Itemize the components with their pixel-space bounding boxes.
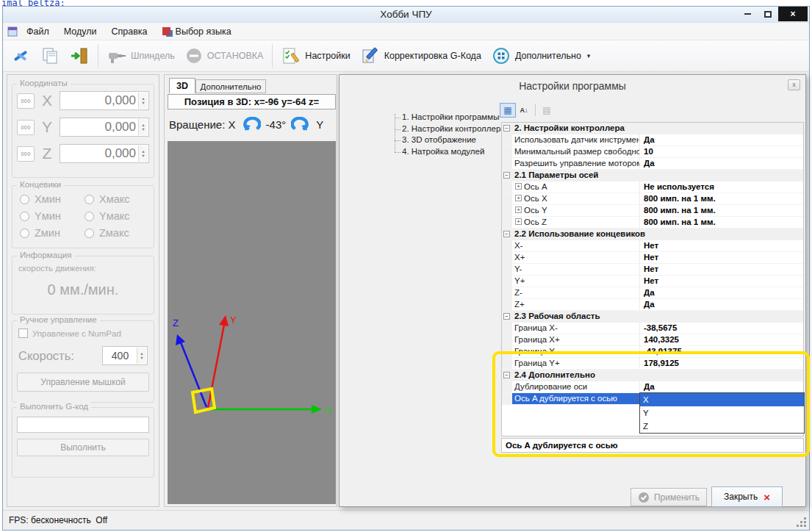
row-gutter: −	[502, 311, 512, 322]
spindle-button[interactable]: Шпиндель	[102, 45, 180, 67]
property-label-text: Граница Y-	[514, 346, 557, 357]
limit-y-max-indicator	[85, 212, 94, 221]
collapse-icon[interactable]: −	[503, 125, 510, 132]
collapse-icon[interactable]: −	[503, 172, 510, 179]
row-gutter	[502, 393, 512, 404]
title-bar: Хобби ЧПУ ×	[3, 7, 809, 23]
property-value: Нет	[640, 240, 803, 251]
collapse-icon[interactable]: −	[503, 372, 510, 378]
close-button[interactable]: ×	[778, 7, 808, 21]
grid-property-row[interactable]: +Ось Z800 имп. на 1 мм.	[502, 217, 803, 229]
dropdown-option-y[interactable]: Y	[640, 406, 804, 420]
mouse-control-button[interactable]: Управление мышкой	[17, 373, 149, 392]
grid-property-row[interactable]: Y-Нет	[502, 264, 803, 276]
grid-property-row[interactable]: Дублирование осиДа	[502, 381, 803, 393]
grid-property-row[interactable]: X+Нет	[502, 252, 803, 264]
connect-button[interactable]	[6, 44, 35, 68]
gcode-correction-button[interactable]: Корректировка G-Кода	[356, 44, 486, 68]
grid-property-row[interactable]: Граница X+140,3325	[502, 334, 803, 346]
coordinate-spinner-z[interactable]: ▲▼	[138, 145, 148, 162]
categorized-button[interactable]: ▦	[500, 103, 516, 118]
menu-item-help[interactable]: Справка	[104, 24, 155, 39]
speed-input[interactable]: 400 ▲ ▼	[102, 346, 148, 365]
minimize-icon	[744, 13, 751, 15]
alphabetical-button[interactable]: A↓	[516, 103, 532, 118]
grid-property-row[interactable]: +Ось Y800 имп. на 1 мм.	[502, 205, 803, 217]
property-pages-icon: ▤	[542, 106, 550, 115]
grid-category-row[interactable]: −2.3 Рабочая область	[502, 311, 803, 323]
grid-property-row[interactable]: Граница Y+178,9125	[502, 358, 803, 370]
grid-property-row[interactable]: Граница X--38,5675	[502, 323, 803, 334]
dropdown-option-z[interactable]: Z	[640, 420, 804, 433]
maximize-button[interactable]	[758, 7, 778, 21]
rotate-cw-icon[interactable]	[291, 117, 311, 132]
coordinate-input-y[interactable]: 0,000▲▼	[60, 118, 149, 137]
tab-additional[interactable]: Дополнительно	[195, 79, 266, 93]
settings-dialog: Настройки программы x 1. Настройки прогр…	[339, 74, 806, 507]
coordinate-spinner-y[interactable]: ▲▼	[138, 119, 148, 135]
grid-property-row[interactable]: Z+Да	[502, 299, 803, 311]
more-button[interactable]: Дополнительно ▾	[486, 44, 596, 68]
gcode-input[interactable]	[17, 417, 149, 433]
row-gutter	[502, 181, 512, 193]
tree-item-modules[interactable]: 4. Натройка модулей	[394, 146, 504, 158]
resize-grip[interactable]	[804, 525, 806, 527]
grid-property-row[interactable]: Разрешить управление моторомДа	[502, 158, 803, 170]
reset-y-button[interactable]: 000	[17, 120, 35, 135]
grid-property-row[interactable]: Y+Нет	[502, 276, 803, 287]
menu-item-modules[interactable]: Модули	[57, 24, 104, 39]
run-gcode-button[interactable]: Выполнить	[17, 439, 149, 456]
minimize-button[interactable]	[737, 7, 758, 21]
limit-x-min-label: Хмин	[35, 193, 61, 205]
speed-spinner[interactable]: ▲ ▼	[137, 348, 146, 364]
axes-drawing: x Y Z	[168, 141, 336, 504]
coordinate-input-z[interactable]: 0,000▲▼	[60, 144, 149, 163]
tab-3d[interactable]: 3D	[169, 78, 195, 93]
grid-property-row[interactable]: Z-Да	[502, 287, 803, 299]
numpad-checkbox[interactable]	[18, 328, 28, 338]
exit-button[interactable]	[65, 44, 94, 68]
grid-category-row[interactable]: −2.4 Дополнительно	[502, 370, 803, 381]
category-label: 2.1 Параметры осей	[512, 170, 598, 181]
expand-icon[interactable]: +	[515, 206, 522, 213]
grid-category-row[interactable]: −2.1 Параметры осей	[502, 170, 803, 181]
menu-item-language[interactable]: Выбор языка	[155, 24, 239, 39]
property-description: Ось A дублируется с осью	[501, 438, 804, 453]
property-label: Граница X-	[512, 323, 640, 334]
menu-item-file[interactable]: Файл	[19, 24, 57, 39]
reset-z-button[interactable]: 000	[17, 146, 35, 162]
rotation-prefix: Вращение: X	[169, 118, 236, 131]
grid-property-row[interactable]: Минимальный размер свободног10	[502, 146, 803, 158]
stop-button[interactable]: ОСТАНОВКА	[180, 45, 269, 67]
tree-item-program[interactable]: 1. Настройки программы	[394, 112, 504, 123]
new-file-button[interactable]	[35, 44, 65, 68]
collapse-icon[interactable]: −	[503, 313, 510, 320]
rotate-ccw-icon[interactable]	[241, 117, 261, 132]
reset-x-button[interactable]: 000	[17, 93, 35, 109]
grid-property-row[interactable]: Использовать датчик инструментДа	[502, 134, 803, 146]
numpad-checkbox-label: Управление с NumPad	[32, 329, 121, 338]
grid-property-row[interactable]: Граница Y--43,91375	[502, 346, 803, 358]
grid-property-row[interactable]: +Ось AНе используется	[502, 181, 803, 193]
grid-property-row[interactable]: +Ось X800 имп. на 1 мм.	[502, 193, 803, 205]
settings-button[interactable]: Настройки	[276, 44, 355, 68]
coordinate-input-x[interactable]: 0,000▲▼	[60, 91, 149, 110]
close-dialog-button[interactable]: Закрыть ×	[711, 486, 783, 507]
property-pages-button[interactable]: ▤	[539, 103, 555, 118]
apply-button[interactable]: Применить	[630, 488, 707, 506]
rotation-value: -43°	[266, 118, 287, 131]
property-value: 800 имп. на 1 мм.	[640, 205, 803, 216]
grid-category-row[interactable]: −2. Настройки контроллера	[502, 123, 803, 134]
collapse-icon[interactable]: −	[503, 231, 510, 237]
coordinate-spinner-x[interactable]: ▲▼	[138, 93, 148, 109]
grid-category-row[interactable]: −2.2 Использование концевиков	[502, 229, 803, 240]
expand-icon[interactable]: +	[515, 183, 522, 190]
tree-item-display-3d[interactable]: 3. 3D отображение	[394, 134, 504, 146]
dropdown-option-x[interactable]: X	[640, 393, 804, 406]
dialog-close-button[interactable]: x	[788, 79, 800, 90]
3d-viewport[interactable]: x Y Z	[168, 141, 336, 504]
expand-icon[interactable]: +	[515, 195, 522, 201]
expand-icon[interactable]: +	[515, 218, 522, 225]
grid-property-row[interactable]: X-Нет	[502, 240, 803, 252]
tree-item-controller[interactable]: 2. Настройки контроллера	[394, 123, 504, 135]
